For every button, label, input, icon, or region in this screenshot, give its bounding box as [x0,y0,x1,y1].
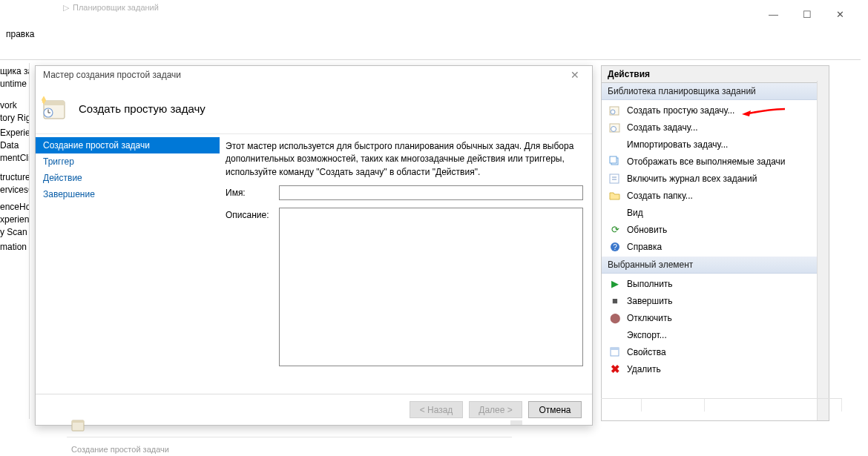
delete-icon: ✖ [609,363,621,375]
help-icon: ? [609,241,621,253]
action-run[interactable]: ▶ Выполнить [602,275,829,292]
tree-row[interactable]: Data [0,139,29,151]
menu-bar: правка [0,26,868,42]
description-row: Описание: [226,208,583,366]
svg-rect-8 [72,420,84,423]
action-import-task[interactable]: Импортировать задачу... [602,136,829,153]
svg-text:?: ? [613,243,617,251]
svg-rect-14 [610,156,617,163]
action-end[interactable]: ■ Завершить [602,292,829,309]
task-basic-icon [609,105,621,116]
wizard-step-finish[interactable]: Завершение [36,186,220,202]
task-icon [71,419,85,432]
tree-row[interactable]: enceHos [0,200,29,213]
blank-icon [609,207,621,219]
actions-list: Создать простую задачу... Создать задачу… [602,100,829,257]
svg-point-10 [611,110,615,114]
wizard-close-icon[interactable]: ✕ [564,69,586,81]
actions-list-selected: ▶ Выполнить ■ Завершить ⬤ Отключить Эксп… [602,274,829,379]
history-icon [609,173,621,185]
separator [67,437,512,437]
tree-row[interactable]: mentCli [0,151,29,164]
tree-row[interactable]: y Scan [0,225,29,238]
action-create-basic-task[interactable]: Создать простую задачу... [602,102,829,119]
close-button[interactable]: ✕ [823,4,857,24]
maximize-button[interactable]: ☐ [790,4,823,24]
wizard-step-create[interactable]: Создание простой задачи [36,137,220,153]
tree-row[interactable]: mation [0,240,29,253]
wizard-titlebar: Мастер создания простой задачи ✕ [36,66,592,84]
action-show-running[interactable]: Отображать все выполняемые задачи [602,153,829,170]
name-input[interactable] [279,185,583,200]
action-delete[interactable]: ✖ Удалить [602,360,829,377]
wizard-step-trigger[interactable]: Триггер [36,153,220,170]
disable-icon: ⬤ [609,312,621,324]
wizard-header: Создать простую задачу [36,84,592,134]
blank-icon [609,329,621,341]
tree-row[interactable]: tructure\ [0,171,29,183]
wizard-content: Этот мастер используется для быстрого пл… [220,134,592,394]
action-properties[interactable]: Свойства [602,343,829,360]
svg-rect-19 [611,348,619,350]
refresh-icon: ⟳ [609,224,621,236]
divider [0,59,861,60]
wizard-description: Этот мастер используется для быстрого пл… [226,140,583,179]
action-refresh[interactable]: ⟳ Обновить [602,221,829,238]
bottom-label: Создание простой задачи [71,445,169,454]
actions-group-selected[interactable]: Выбранный элемент ▲ [602,257,829,274]
scrollbar[interactable] [510,420,522,425]
folder-icon [609,190,621,202]
tree-panel-slice: щика за untime vork tory Righ Experienc … [0,63,30,419]
tree-row[interactable]: ervicesCl [0,183,29,196]
name-row: Имя: [226,185,583,200]
tree-row[interactable]: щика за [0,65,29,77]
tree-row[interactable]: Experienc [0,126,29,139]
running-tasks-icon [609,156,621,168]
back-button: < Назад [410,401,463,418]
action-export[interactable]: Экспорт... [602,326,829,343]
action-disable[interactable]: ⬤ Отключить [602,309,829,326]
description-input[interactable] [279,208,583,366]
properties-icon [609,346,621,358]
minimize-button[interactable]: — [757,4,790,24]
wizard-footer: < Назад Далее > Отмена [36,394,592,425]
cancel-button[interactable]: Отмена [528,401,582,418]
wizard-step-action[interactable]: Действие [36,170,220,186]
action-help[interactable]: ? Справка [602,238,829,255]
task-wizard-icon [42,96,67,122]
wizard-heading: Создать простую задачу [79,102,206,115]
name-label: Имя: [226,185,279,198]
task-icon [609,122,621,133]
action-enable-history[interactable]: Включить журнал всех заданий [602,170,829,187]
stop-icon: ■ [609,295,621,307]
tree-row[interactable]: untime [0,77,29,90]
svg-rect-1 [44,101,65,105]
actions-scrollbar[interactable] [817,81,829,420]
svg-rect-15 [610,174,619,183]
wizard-dialog: Мастер создания простой задачи ✕ Создать… [35,65,593,426]
window-controls: — ☐ ✕ [757,4,857,24]
description-label: Описание: [226,208,279,220]
tree-row[interactable]: tory Righ [0,111,29,124]
tree-row[interactable]: xperienc [0,213,29,225]
actions-panel-title: Действия [602,66,829,83]
wizard-body: Создание простой задачи Триггер Действие… [36,134,592,394]
svg-point-12 [611,126,617,131]
blank-icon [609,139,621,151]
actions-panel: Действия Библиотека планировщика заданий… [601,65,829,421]
tree-row[interactable]: vork [0,99,29,111]
actions-group-library[interactable]: Библиотека планировщика заданий ▲ [602,83,829,100]
action-new-folder[interactable]: Создать папку... [602,187,829,204]
status-bar [601,398,842,412]
play-icon: ▶ [609,278,621,290]
menu-help[interactable]: правка [0,27,40,42]
action-create-task[interactable]: Создать задачу... [602,119,829,136]
wizard-nav: Создание простой задачи Триггер Действие… [36,134,220,394]
app-tab: ▷ Планировщик заданий [63,0,159,15]
action-view[interactable]: Вид ▶ [602,204,829,221]
next-button[interactable]: Далее > [469,401,522,418]
wizard-title-text: Мастер создания простой задачи [43,70,181,80]
